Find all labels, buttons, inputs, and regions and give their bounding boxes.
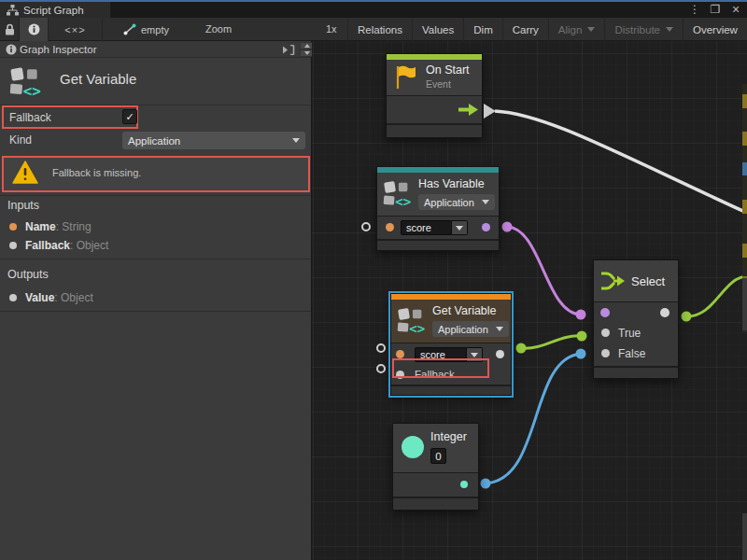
node-header: <> Get Variable Application	[391, 300, 511, 343]
name-port-dot[interactable]	[396, 350, 404, 358]
tab-script-graph[interactable]: Script Graph	[0, 2, 110, 18]
wire-select-output	[686, 276, 747, 316]
chevron-down-icon	[496, 327, 503, 331]
wire-onstart	[495, 111, 747, 213]
wire-hasvariable-to-select	[507, 227, 581, 315]
clipped-port-mark	[742, 94, 747, 108]
warning-icon	[12, 161, 38, 185]
chevron-down-icon	[587, 27, 595, 32]
window-maximize-button[interactable]: ❐	[707, 3, 724, 17]
node-footer	[387, 123, 482, 137]
variable-name-dropdown[interactable]	[452, 220, 468, 235]
variables-icon: <>	[383, 179, 413, 209]
info-icon	[6, 44, 17, 55]
carry-button[interactable]: Carry	[502, 18, 548, 41]
wire-pointer-icon	[123, 23, 136, 35]
scope-value: Application	[438, 324, 488, 335]
graph-toolbar: <×> empty Zoom 1x Relations Values Dim C…	[0, 18, 747, 41]
node-on-start[interactable]: On Start Event	[386, 53, 483, 138]
node-has-variable[interactable]: <> Has Variable Application score	[376, 166, 500, 251]
integer-output-port-dot[interactable]	[460, 481, 468, 488]
result-port-dot[interactable]	[482, 223, 490, 231]
variable-name-field[interactable]: score	[401, 220, 452, 235]
align-button[interactable]: Align	[548, 18, 605, 41]
window-menu-button[interactable]: ⋮	[686, 3, 703, 17]
false-port-dot[interactable]	[601, 349, 610, 357]
clipped-port-mark	[742, 244, 747, 258]
svg-text:<>: <>	[23, 82, 41, 99]
dock-panel-icon[interactable]	[282, 45, 295, 55]
false-port-label: False	[618, 347, 645, 360]
wire-getvariable-to-true	[521, 336, 582, 348]
clipped-node-fragment[interactable]	[742, 278, 747, 330]
port-dot-gray	[9, 242, 17, 249]
distribute-button[interactable]: Distribute	[604, 18, 683, 41]
node-body-row-condition	[594, 301, 678, 323]
input-row-fallback: Fallback: Object	[9, 239, 108, 252]
select-merge-icon	[600, 270, 626, 292]
inspector-node-title: Get Variable	[60, 71, 136, 87]
fallback-option-label: Fallback	[9, 111, 51, 124]
node-body	[387, 95, 482, 123]
true-port-dot[interactable]	[601, 329, 610, 337]
window-close-button[interactable]: ×	[727, 3, 744, 17]
selection-indicator: empty	[123, 18, 169, 41]
node-integer[interactable]: Integer 0	[392, 423, 479, 511]
inspector-toggle-button[interactable]	[19, 18, 49, 41]
inputs-header: Inputs	[7, 199, 39, 212]
script-graph-window: Script Graph ⋮ ❐ × <×> e	[0, 0, 747, 560]
unconnected-port-ring[interactable]	[361, 222, 371, 231]
kind-dropdown[interactable]: Application	[122, 132, 305, 149]
chevron-down-icon	[482, 200, 489, 204]
node-title: Select	[631, 274, 665, 288]
integer-value-field[interactable]: 0	[430, 448, 446, 464]
code-view-button[interactable]: <×>	[49, 18, 103, 41]
lock-icon	[5, 23, 15, 35]
inspector-title: Graph Inspector	[20, 44, 96, 55]
node-title: On Start	[426, 63, 470, 77]
kind-label: Kind	[9, 133, 32, 147]
unconnected-port-ring[interactable]	[376, 364, 386, 373]
divider	[0, 195, 311, 196]
relations-button[interactable]: Relations	[347, 18, 412, 41]
graph-canvas[interactable]: On Start Event <> Ha	[312, 41, 747, 560]
outputs-header: Outputs	[7, 268, 49, 281]
unconnected-port-ring[interactable]	[376, 343, 386, 353]
fallback-checkbox[interactable]: ✓	[122, 109, 137, 124]
graph-inspector-panel: Graph Inspector <> Get Variable Fallback…	[0, 41, 312, 560]
flow-port-connector[interactable]	[484, 104, 496, 119]
clipped-node-fragment[interactable]	[742, 513, 747, 560]
divider	[0, 311, 311, 312]
variable-scope-dropdown[interactable]: Application	[418, 194, 495, 210]
flag-icon	[394, 64, 416, 91]
node-footer	[377, 239, 499, 250]
lock-button[interactable]	[0, 18, 19, 41]
dim-button[interactable]: Dim	[463, 18, 501, 41]
node-header: Integer 0	[393, 424, 478, 472]
warning-text: Fallback is missing.	[52, 167, 141, 178]
flow-arrow-icon[interactable]	[458, 104, 478, 116]
values-button[interactable]: Values	[412, 18, 463, 41]
svg-text:<>: <>	[409, 321, 425, 336]
tab-bar: Script Graph ⋮ ❐ ×	[0, 2, 747, 18]
selection-output-port-dot[interactable]	[660, 308, 669, 317]
input-row-name: Name: String	[9, 220, 92, 233]
node-get-variable[interactable]: <> Get Variable Application score Fallba…	[390, 293, 512, 396]
output-row-value: Value: Object	[9, 291, 93, 304]
value-output-port-dot[interactable]	[496, 350, 504, 358]
variable-scope-dropdown[interactable]: Application	[432, 321, 509, 337]
zoom-value: 1x	[326, 23, 337, 35]
condition-port-dot[interactable]	[600, 308, 610, 317]
node-select[interactable]: Select True False	[593, 259, 679, 379]
overview-button[interactable]: Overview	[683, 18, 747, 41]
selection-empty-label: empty	[141, 24, 169, 35]
triangle-down-icon	[304, 51, 310, 55]
align-label: Align	[558, 24, 583, 35]
divider	[0, 259, 311, 259]
node-header: <> Has Variable Application	[377, 173, 499, 216]
true-port-label: True	[618, 327, 641, 340]
port-dot-gray	[9, 294, 17, 301]
node-body	[393, 472, 478, 497]
name-port-dot[interactable]	[386, 223, 394, 231]
node-subtitle: Event	[426, 78, 451, 90]
